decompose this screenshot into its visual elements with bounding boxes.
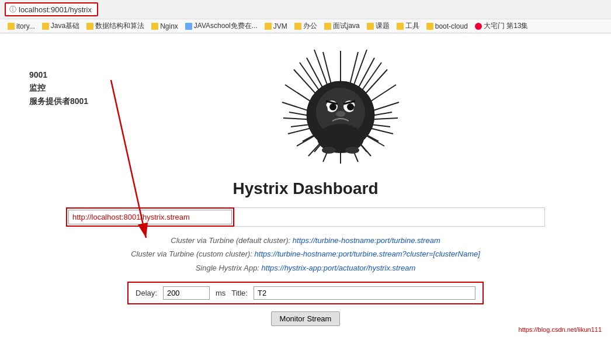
folder-icon	[42, 23, 49, 30]
stream-url-row	[66, 207, 545, 227]
turbine-default-link[interactable]: https://turbine-hostname:port/turbine.st…	[293, 236, 440, 245]
address-bar-row: ⓘ localhost:9001/hystrix	[0, 0, 611, 19]
hedgehog-image	[276, 45, 405, 170]
info-line-1: Cluster via Turbine (default cluster): h…	[131, 234, 480, 247]
stream-url-extra-input[interactable]	[234, 207, 545, 227]
bookmark-label: JVM	[273, 22, 287, 30]
bookmark-nginx[interactable]: Nginx	[148, 22, 181, 31]
top-section: 9001 监控 服务提供者8001	[12, 45, 599, 174]
turbine-custom-link[interactable]: https://turbine-hostname:port/turbine.st…	[255, 249, 480, 258]
title-input[interactable]	[254, 286, 475, 300]
bookmark-label: Java基础	[51, 21, 79, 31]
turbine-default-label: Cluster via Turbine (default cluster):	[171, 236, 290, 245]
page-content: 9001 监控 服务提供者8001	[0, 33, 611, 338]
folder-icon	[265, 23, 272, 30]
svg-point-44	[336, 111, 345, 117]
page-icon	[185, 23, 192, 30]
bookmark-office[interactable]: 办公	[291, 20, 320, 32]
bookmark-label: 数据结构和算法	[95, 21, 144, 31]
bookmark-label: 课题	[376, 21, 390, 31]
svg-point-48	[322, 147, 336, 154]
bookmark-label: 办公	[303, 21, 317, 31]
left-annotation: 9001 监控 服务提供者8001	[29, 68, 88, 108]
bookmark-topic[interactable]: 课题	[364, 20, 393, 32]
bookmark-label: 面试java	[333, 21, 360, 31]
bookmark-java[interactable]: Java基础	[39, 20, 82, 32]
bookmark-label: 工具	[405, 21, 419, 31]
svg-point-49	[345, 147, 359, 154]
folder-icon	[367, 23, 374, 30]
svg-point-40	[329, 103, 336, 110]
svg-point-45	[316, 103, 328, 115]
bookmark-label: JAVAschool免费在...	[194, 21, 258, 31]
hedgehog-svg	[276, 45, 405, 168]
info-text: Cluster via Turbine (default cluster): h…	[131, 234, 480, 275]
dashboard-title: Hystrix Dashboard	[233, 179, 379, 198]
stream-url-box	[66, 207, 234, 227]
folder-icon	[324, 23, 331, 30]
info-icon: ⓘ	[9, 5, 16, 15]
single-app-link[interactable]: https://hystrix-app:port/actuator/hystri…	[262, 264, 416, 272]
folder-icon	[8, 23, 15, 30]
svg-point-46	[353, 103, 365, 115]
stream-url-input[interactable]	[68, 210, 232, 224]
bookmark-label: Nginx	[160, 22, 178, 30]
url-text: localhost:9001/hystrix	[19, 5, 92, 14]
bookmark-dazhaimen[interactable]: 大宅门 第13集	[472, 20, 532, 32]
folder-icon	[397, 23, 404, 30]
folder-icon	[86, 23, 93, 30]
turbine-custom-label: Cluster via Turbine (custom cluster):	[131, 249, 252, 258]
delay-label: Delay:	[136, 289, 157, 297]
browser-chrome: ⓘ localhost:9001/hystrix itory... Java基础…	[0, 0, 611, 33]
bookmark-label: 大宅门 第13集	[484, 21, 529, 31]
info-line-2: Cluster via Turbine (custom cluster): ht…	[131, 247, 480, 261]
folder-icon	[294, 23, 301, 30]
bookmark-ds[interactable]: 数据结构和算法	[84, 20, 147, 32]
svg-point-41	[347, 103, 354, 110]
single-app-label: Single Hystrix App:	[196, 264, 259, 272]
monitor-label: 监控	[29, 81, 88, 94]
service-label: 服务提供者8001	[29, 95, 88, 108]
port-number: 9001	[29, 68, 88, 81]
bookmark-tools[interactable]: 工具	[394, 20, 422, 32]
footer-note: https://blog.csdn.net/likun111	[519, 326, 602, 333]
delay-unit: ms	[216, 289, 225, 297]
bookmarks-bar: itory... Java基础 数据结构和算法 Nginx JAVAschool…	[0, 19, 611, 33]
special-icon	[475, 23, 482, 30]
bookmark-java-school[interactable]: JAVAschool免费在...	[182, 20, 261, 32]
controls-row: Delay: ms Title:	[127, 282, 484, 304]
bookmark-interview[interactable]: 面试java	[321, 20, 363, 32]
delay-input[interactable]	[163, 286, 210, 300]
title-label: Title:	[231, 289, 248, 297]
bookmark-label: boot-cloud	[435, 22, 468, 30]
monitor-stream-button[interactable]: Monitor Stream	[271, 311, 341, 326]
folder-icon	[151, 23, 158, 30]
address-bar[interactable]: ⓘ localhost:9001/hystrix	[5, 2, 98, 16]
folder-icon	[426, 23, 433, 30]
bookmark-jvm[interactable]: JVM	[262, 22, 290, 31]
bookmark-label: itory...	[16, 22, 35, 30]
info-line-3: Single Hystrix App: https://hystrix-app:…	[131, 261, 480, 275]
bookmark-itory[interactable]: itory...	[5, 22, 38, 31]
bookmark-boot-cloud[interactable]: boot-cloud	[423, 22, 471, 31]
